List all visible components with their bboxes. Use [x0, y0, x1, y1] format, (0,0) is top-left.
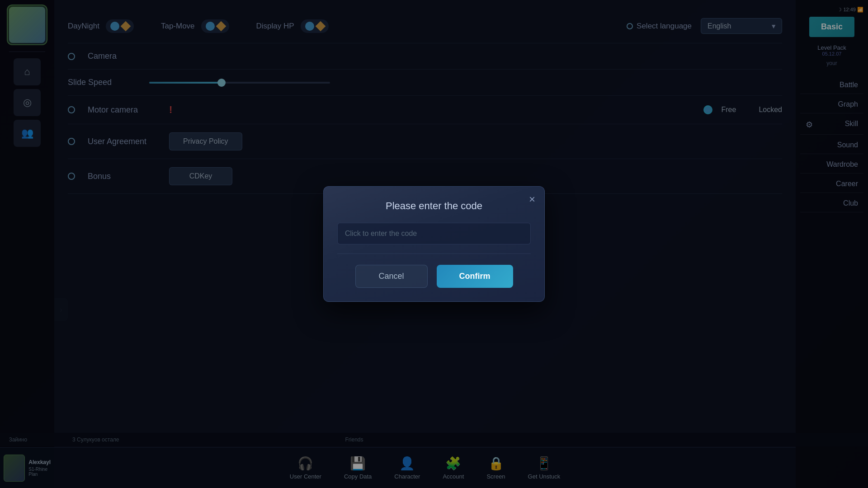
cancel-button[interactable]: Cancel	[355, 265, 428, 288]
modal-divider	[337, 253, 531, 254]
confirm-button[interactable]: Confirm	[437, 265, 513, 288]
modal-title: Please enter the code	[337, 200, 531, 212]
modal-dialog: × Please enter the code Cancel Confirm	[323, 186, 545, 302]
code-input[interactable]	[337, 223, 531, 244]
modal-close-button[interactable]: ×	[529, 194, 535, 205]
modal-overlay: × Please enter the code Cancel Confirm	[0, 0, 868, 488]
modal-buttons: Cancel Confirm	[337, 265, 531, 288]
